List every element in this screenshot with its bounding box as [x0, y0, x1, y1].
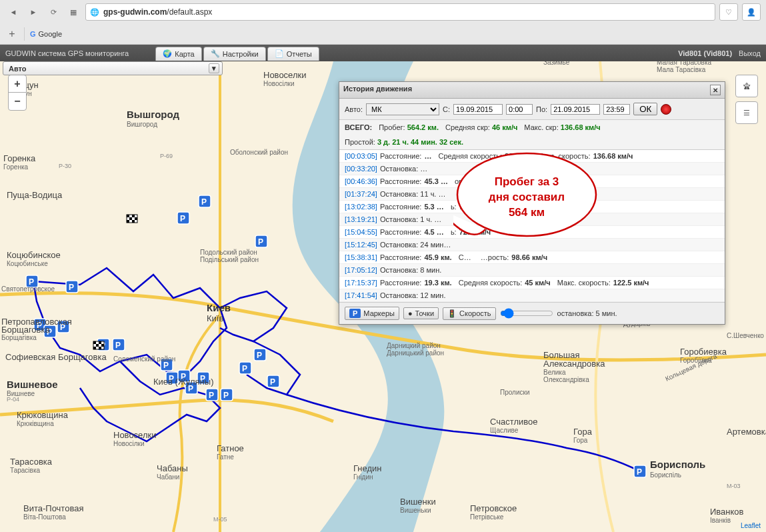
- points-button[interactable]: ● Точки: [403, 307, 439, 319]
- svg-text:Борщагівка: Борщагівка: [1, 334, 37, 341]
- svg-text:Щасливе: Щасливе: [490, 427, 519, 434]
- svg-text:Чабани: Чабани: [157, 473, 179, 481]
- svg-rect-51: [93, 341, 96, 344]
- svg-text:P: P: [201, 197, 207, 207]
- svg-text:Крюківщина: Крюківщина: [17, 420, 54, 427]
- layers-button[interactable]: ☰: [735, 101, 758, 124]
- auto-select[interactable]: МК: [366, 103, 439, 115]
- svg-text:Новосілки: Новосілки: [263, 80, 295, 87]
- svg-rect-53: [96, 344, 99, 347]
- svg-text:Подольский район: Подольский район: [200, 249, 257, 256]
- svg-text:Вита-Почтовая: Вита-Почтовая: [23, 503, 83, 513]
- svg-text:Горенка: Горенка: [3, 153, 36, 163]
- close-icon[interactable]: ✕: [710, 85, 721, 95]
- url-box[interactable]: 🌐 gps-gudwin.com/default.aspx: [85, 3, 715, 21]
- svg-text:Чабаны: Чабаны: [157, 463, 188, 473]
- svg-text:P: P: [223, 391, 229, 400]
- svg-text:Гнідин: Гнідин: [353, 473, 373, 481]
- svg-text:P-04: P-04: [7, 396, 19, 403]
- tab-reports[interactable]: 📄Отчеты: [267, 47, 319, 61]
- svg-text:Бориспіль: Бориспіль: [650, 471, 681, 479]
- to-date-input[interactable]: [551, 104, 600, 115]
- google-icon: G: [30, 30, 36, 38]
- vehicle-selector[interactable]: Авто ▾: [3, 61, 223, 75]
- svg-text:Зазимье: Зазимье: [543, 61, 570, 66]
- from-time-input[interactable]: [506, 104, 533, 115]
- app-title: GUDWIN система GPS мониторинга: [5, 49, 129, 57]
- svg-text:Тарасівка: Тарасівка: [10, 467, 40, 474]
- svg-text:Вишеньки: Вишеньки: [400, 507, 431, 514]
- history-row[interactable]: [17:41:54] Остановка: 12 мин.: [339, 289, 725, 302]
- svg-text:Новосілки: Новосілки: [113, 440, 145, 447]
- history-row[interactable]: [15:04:55] Расстояние: 4.5 … ь: 72.6 км/…: [339, 226, 725, 239]
- new-tab-button[interactable]: +: [5, 27, 19, 41]
- address-bar-row: ◄ ► ⟳ ▦ 🌐 gps-gudwin.com/default.aspx ♡ …: [0, 0, 766, 24]
- forward-button[interactable]: ►: [25, 4, 41, 20]
- road-layer-button[interactable]: 🛣: [735, 75, 758, 97]
- chevron-down-icon: ▾: [209, 63, 219, 73]
- logout-link[interactable]: Выход: [739, 49, 761, 57]
- zoom-control: + −: [8, 75, 27, 111]
- history-row[interactable]: [17:05:12] Остановка: 8 мин.: [339, 264, 725, 277]
- svg-text:P: P: [258, 237, 263, 247]
- svg-rect-52: [99, 341, 101, 344]
- stop-button[interactable]: [661, 104, 671, 115]
- svg-text:Соломенский район: Соломенский район: [113, 355, 175, 363]
- svg-text:P-30: P-30: [59, 163, 71, 169]
- markers-button[interactable]: PМаркеры: [345, 307, 399, 320]
- report-icon: 📄: [275, 49, 284, 59]
- tab-settings[interactable]: 🔧Настройки: [203, 47, 266, 61]
- history-row[interactable]: [15:38:31] Расстояние: 45.9 км. С… …рост…: [339, 251, 725, 264]
- svg-text:Гатне: Гатне: [217, 453, 234, 461]
- start-flag-icon: [127, 215, 137, 223]
- history-row[interactable]: [17:15:37] Расстояние: 19.3 км. Средняя …: [339, 277, 725, 289]
- svg-text:P-69: P-69: [160, 153, 173, 159]
- zoom-in-button[interactable]: +: [9, 75, 26, 93]
- svg-text:Счастливое: Счастливое: [490, 417, 537, 427]
- svg-text:P: P: [257, 351, 262, 360]
- back-button[interactable]: ◄: [5, 4, 21, 20]
- vehicle-selector-label: Авто: [9, 65, 27, 73]
- google-shortcut[interactable]: G Google: [24, 27, 67, 41]
- svg-text:Вишенки: Вишенки: [400, 497, 436, 507]
- url-text: gps-gudwin.com/default.aspx: [103, 7, 711, 17]
- stop-slider[interactable]: [500, 308, 553, 319]
- svg-text:Вышгород: Вышгород: [127, 109, 179, 120]
- svg-text:Вишгород: Вишгород: [127, 121, 157, 128]
- svg-text:M-05: M-05: [213, 516, 227, 523]
- reload-button[interactable]: ⟳: [45, 4, 61, 20]
- svg-rect-54: [101, 344, 104, 347]
- svg-text:Малая Тарасовка: Малая Тарасовка: [657, 61, 712, 66]
- svg-text:Новоселки: Новоселки: [113, 430, 156, 440]
- apps-button[interactable]: ▦: [65, 4, 81, 20]
- end-flag-icon: [93, 341, 104, 349]
- speed-button[interactable]: 🚦 Скорость: [443, 307, 496, 320]
- favorite-button[interactable]: ♡: [719, 3, 738, 21]
- browser-chrome: ◄ ► ⟳ ▦ 🌐 gps-gudwin.com/default.aspx ♡ …: [0, 0, 766, 45]
- history-controls: Авто: МК С: По: ОК: [339, 99, 725, 120]
- svg-rect-48: [127, 220, 129, 223]
- tab-map[interactable]: 🌍Карта: [155, 47, 201, 61]
- zoom-out-button[interactable]: −: [9, 93, 26, 110]
- svg-text:Иванков: Иванков: [710, 507, 744, 517]
- svg-text:M-03: M-03: [727, 483, 741, 489]
- history-row[interactable]: [15:12:45] Остановка: 24 мин…: [339, 239, 725, 251]
- svg-text:Коцюбинське: Коцюбинське: [7, 260, 48, 267]
- svg-text:Киев (Жуляны): Киев (Жуляны): [153, 377, 213, 387]
- profile-button[interactable]: 👤: [742, 3, 761, 21]
- svg-text:P: P: [242, 364, 247, 373]
- svg-text:Гнедин: Гнедин: [353, 463, 381, 473]
- vehicle-selector-bar: Авто ▾: [3, 61, 223, 75]
- ok-button[interactable]: ОК: [633, 103, 657, 115]
- svg-text:Київ: Київ: [207, 313, 223, 323]
- stop-duration-label: остановка: 5 мин.: [557, 309, 617, 317]
- leaflet-attribution[interactable]: Leaflet: [741, 522, 761, 529]
- to-time-input[interactable]: [603, 104, 630, 115]
- svg-text:Велика: Велика: [543, 369, 566, 376]
- svg-rect-44: [127, 215, 129, 217]
- site-info-icon: 🌐: [90, 8, 99, 17]
- history-footer: PМаркеры ● Точки 🚦 Скорость остановка: 5…: [339, 302, 725, 324]
- svg-text:Крюковщина: Крюковщина: [17, 410, 69, 420]
- from-date-input[interactable]: [453, 104, 503, 115]
- svg-text:P: P: [180, 214, 185, 223]
